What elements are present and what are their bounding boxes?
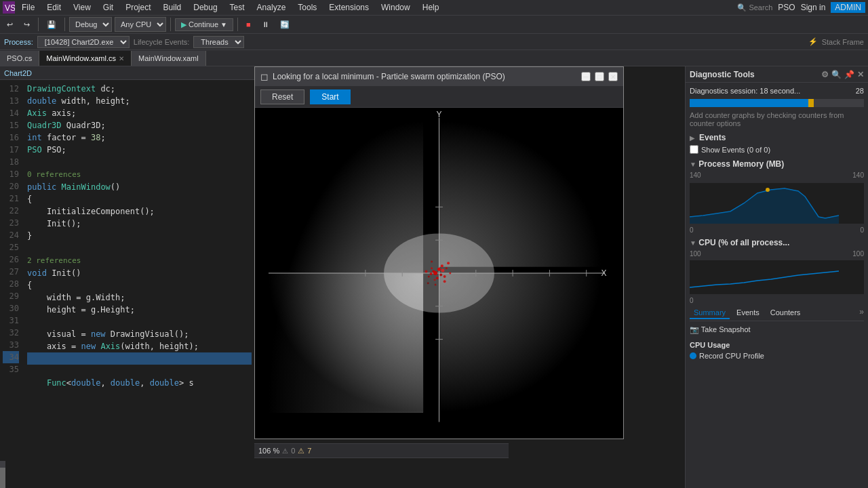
pso-icon: ◻ [260,71,269,82]
memory-chart-svg [690,183,864,224]
svg-point-38 [427,282,429,284]
redo-button[interactable]: ↪ [20,19,34,30]
reset-button[interactable]: Reset [260,89,304,104]
diagnostic-icons: ⚙ 🔍 📌 ✕ [821,70,864,79]
save-button[interactable]: 💾 [43,19,60,30]
tab-mainwindow-xaml-label: MainWindow.xaml [138,54,199,62]
svg-point-24 [437,268,441,271]
svg-point-27 [431,267,433,269]
svg-point-23 [432,270,435,273]
menu-test[interactable]: Test [224,1,250,14]
diag-tab-summary[interactable]: Summary [690,307,730,319]
cpu-chevron[interactable]: ▼ [690,239,696,247]
menu-debug[interactable]: Debug [188,1,222,14]
svg-text:Y: Y [436,110,441,119]
menu-git[interactable]: Git [98,1,119,14]
diag-search-icon[interactable]: 🔍 [831,70,842,79]
menu-build[interactable]: Build [158,1,187,14]
vs-logo: VS [3,1,15,14]
memory-usage-section: 📷 Take Snapshot [690,324,864,336]
cpu-mode-select[interactable]: Any CPU [115,17,166,32]
diag-settings-icon[interactable]: ⚙ [821,70,829,79]
code-area[interactable]: 12 13 14 15 16 17 18 19 20 21 22 23 24 2… [0,80,254,461]
menu-file[interactable]: File [16,1,40,14]
diagnostic-title: Diagnostic Tools [690,70,755,79]
svg-point-32 [433,279,435,281]
warning-icon: ⚠ [298,447,304,455]
continue-button[interactable]: ▶ Continue ▼ [175,18,233,31]
code-panel: Chart2D 12 13 14 15 16 17 18 19 20 21 22… [0,66,254,488]
diag-pin-icon[interactable]: 📌 [844,70,854,79]
svg-text:VS: VS [5,3,15,13]
debug-mode-select[interactable]: Debug [69,17,112,32]
cpu-usage-section: CPU Usage Record CPU Profile [690,341,864,360]
warning-count: 7 [307,447,311,455]
svg-point-25 [430,272,433,275]
diagnostic-content: Diagnostics session: 18 second... 28 Add… [686,83,868,488]
toolbar-sep-1 [38,18,39,31]
take-snapshot-button[interactable]: 📷 Take Snapshot [690,324,751,336]
main-toolbar: ↩ ↪ 💾 Debug Any CPU ▶ Continue ▼ ■ ⏸ 🔄 [0,15,868,34]
admin-label: ADMIN [831,2,865,13]
diag-close-icon[interactable]: ✕ [857,70,864,79]
svg-point-34 [425,270,427,273]
show-events-checkbox[interactable] [690,145,698,154]
menu-view[interactable]: View [68,1,96,14]
undo-button[interactable]: ↩ [3,19,17,30]
center-area: ◻ Looking for a local minimum - Particle… [254,66,685,488]
diag-tab-events[interactable]: Events [732,307,764,319]
svg-point-28 [441,269,444,272]
stop-button[interactable]: ■ [242,19,255,30]
cpu-chart [690,260,864,294]
cpu-scale-high: 100 100 [690,250,864,258]
tab-close-icon[interactable]: ✕ [119,55,124,62]
process-select[interactable]: [10428] Chart2D.exe [37,36,130,48]
maximize-button[interactable]: □ [595,72,604,81]
minimize-button[interactable]: ─ [581,72,591,81]
menu-window[interactable]: Window [376,1,416,14]
code-scrollbar[interactable] [0,461,5,488]
tab-mainwindow-xaml[interactable]: MainWindow.xaml [132,51,206,66]
memory-chart [690,183,864,224]
sign-in-button[interactable]: Sign in [801,3,826,12]
scroll-thumb[interactable] [0,468,5,488]
svg-point-33 [446,267,448,269]
tab-pso[interactable]: PSO.cs [0,51,39,66]
memory-header: ▼ Process Memory (MB) [690,159,864,169]
svg-point-41 [447,262,450,264]
zoom-level: 106 % [258,447,279,455]
menu-extensions[interactable]: Extensions [323,1,374,14]
show-events-row: Show Events (0 of 0) [690,145,864,154]
pso-title: Looking for a local minimum - Particle s… [273,72,577,81]
events-chevron[interactable]: ▶ [690,134,695,142]
record-cpu-button[interactable]: Record CPU Profile [690,352,864,360]
diag-expand-icon[interactable]: » [859,307,864,319]
menu-project[interactable]: Project [120,1,156,14]
menu-tools[interactable]: Tools [292,1,322,14]
memory-chevron[interactable]: ▼ [690,161,696,168]
pause-button[interactable]: ⏸ [258,19,273,30]
svg-point-26 [439,273,442,276]
memory-scale-low: 0 0 [690,226,864,234]
tab-bar: PSO.cs MainWindow.xaml.cs ✕ MainWindow.x… [0,50,868,66]
close-button[interactable]: ✕ [608,72,618,81]
stack-frame-label: ⚡ [808,37,818,46]
threads-select[interactable]: Threads [193,36,244,48]
diagnostic-header: Diagnostic Tools ⚙ 🔍 📌 ✕ [686,66,868,83]
record-cpu-label: Record CPU Profile [699,352,764,360]
pso-dialog: ◻ Looking for a local minimum - Particle… [254,66,624,439]
breadcrumb-class: Chart2D [4,69,32,77]
tab-pso-label: PSO.cs [7,54,32,62]
code-content[interactable]: DrawingContext dc; double width, height;… [24,80,254,461]
start-button[interactable]: Start [310,89,350,104]
diag-tab-counters[interactable]: Counters [766,307,805,319]
tab-mainwindow-cs[interactable]: MainWindow.xaml.cs ✕ [39,51,132,66]
diagnostic-panel: Diagnostic Tools ⚙ 🔍 📌 ✕ Diagnostics ses… [685,66,868,488]
restart-button[interactable]: 🔄 [276,19,294,30]
session-progress-bar [690,99,864,107]
menu-edit[interactable]: Edit [41,1,66,14]
menu-analyze[interactable]: Analyze [252,1,292,14]
events-section: ▶ Events Show Events (0 of 0) [690,133,864,154]
menu-help[interactable]: Help [417,1,445,14]
menu-bar: VS File Edit View Git Project Build Debu… [0,0,868,15]
